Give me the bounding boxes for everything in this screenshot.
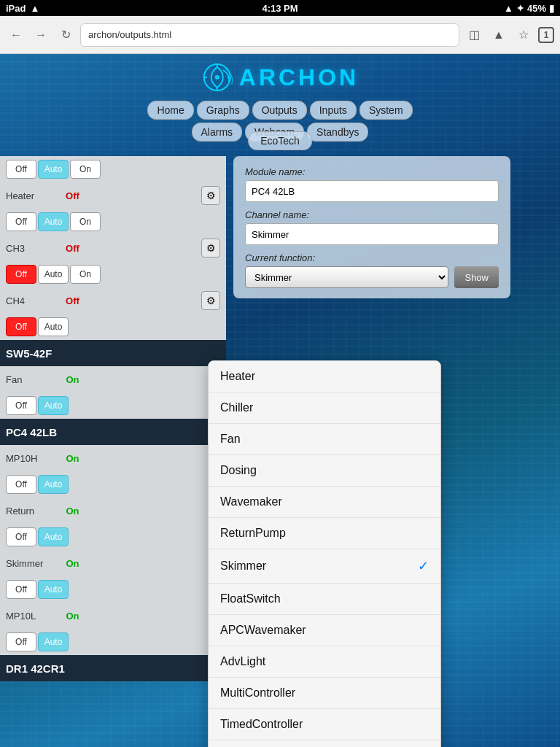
off-btn-2[interactable]: Off xyxy=(6,212,36,231)
return-auto-btn[interactable]: Auto xyxy=(38,527,69,546)
dr1-header: DR1 42CR1 xyxy=(0,655,226,681)
dropdown-item-heater[interactable]: Heater xyxy=(209,361,440,392)
dropdown-item-multicontroller[interactable]: MultiController xyxy=(209,678,440,709)
on-btn-2[interactable]: On xyxy=(70,212,101,231)
dropdown-item-floatswitch[interactable]: FloatSwitch xyxy=(209,584,440,615)
skimmer-row: Skimmer On xyxy=(0,550,226,576)
dropdown-item-timedcontroller[interactable]: TimedController xyxy=(209,709,440,740)
battery-icon: ▮ xyxy=(549,3,554,14)
nav-alarms[interactable]: Alarms xyxy=(192,123,243,142)
function-dropdown[interactable]: Heater Chiller Fan Dosing Wavemaker Retu… xyxy=(208,360,441,747)
dropdown-item-dosing[interactable]: Dosing xyxy=(209,455,440,487)
auto-btn-2[interactable]: Auto xyxy=(38,212,69,231)
btn-group-return: Off Auto xyxy=(6,527,69,546)
nav-inputs[interactable]: Inputs xyxy=(310,101,357,120)
fan-auto-btn[interactable]: Auto xyxy=(38,396,69,415)
dropdown-item-advlight[interactable]: AdvLight xyxy=(209,646,440,678)
nav-outputs[interactable]: Outputs xyxy=(252,101,307,120)
mp10l-row: MP10L On xyxy=(0,603,226,629)
skimmer-off-btn[interactable]: Off xyxy=(6,580,36,599)
nav-graphs[interactable]: Graphs xyxy=(197,101,249,120)
mp10h-off-btn[interactable]: Off xyxy=(6,475,36,494)
ch4-gear-btn[interactable]: ⚙ xyxy=(201,291,220,310)
archon-title: ARCHON xyxy=(239,64,359,91)
dropdown-item-wavemaker[interactable]: Wavemaker xyxy=(209,487,440,518)
dropdown-item-chiller[interactable]: Chiller xyxy=(209,392,440,424)
dropdown-item-fan[interactable]: Fan xyxy=(209,424,440,455)
btn-group-mp10l: Off Auto xyxy=(6,632,69,651)
share-button[interactable]: ▲ xyxy=(489,25,509,45)
dropdown-item-skimmer[interactable]: Skimmer ✓ xyxy=(209,549,440,584)
heater-status: Off xyxy=(56,190,89,201)
current-function-label: Current function: xyxy=(245,252,499,263)
fan-label: Fan xyxy=(6,374,53,385)
nav-home[interactable]: Home xyxy=(147,101,193,120)
bluetooth-icon: ✦ xyxy=(516,3,524,14)
mp10l-auto-btn[interactable]: Auto xyxy=(38,632,69,651)
skimmer-auto-btn[interactable]: Auto xyxy=(38,580,69,599)
mp10h-status: On xyxy=(56,453,89,464)
ch4-label: CH4 xyxy=(6,295,53,306)
btn-group-4: Off Auto xyxy=(6,317,69,336)
mp10h-row: MP10H On xyxy=(0,445,226,471)
on-btn-1[interactable]: On xyxy=(70,160,101,179)
channel-name-input[interactable] xyxy=(245,223,499,245)
battery-label: 45% xyxy=(527,3,546,14)
pc4-label: PC4 42LB xyxy=(6,426,57,438)
off-btn-1[interactable]: Off xyxy=(6,160,36,179)
btn-group-mp10h: Off Auto xyxy=(6,475,69,494)
nav-system[interactable]: System xyxy=(359,101,413,120)
return-control-row: Off Auto xyxy=(0,524,226,550)
forward-button[interactable]: → xyxy=(31,25,51,45)
auto-btn-4[interactable]: Auto xyxy=(38,317,69,336)
skimmer-label: Skimmer xyxy=(6,558,53,569)
svg-point-1 xyxy=(215,75,219,80)
reload-button[interactable]: ↻ xyxy=(55,25,76,45)
ch3-gear-btn[interactable]: ⚙ xyxy=(201,239,220,258)
module-name-input[interactable] xyxy=(245,180,499,202)
module-name-label: Module name: xyxy=(245,166,499,177)
dropdown-item-returnpump[interactable]: ReturnPump xyxy=(209,518,440,549)
fan-off-btn[interactable]: Off xyxy=(6,396,36,415)
off-btn-3-active[interactable]: Off xyxy=(6,265,36,284)
left-panel: Off Auto On Heater Off ⚙ Off Auto On CH3… xyxy=(0,156,226,681)
control-row-1: Off Auto On xyxy=(0,156,226,182)
tab-count-badge[interactable]: 1 xyxy=(538,27,554,43)
signal-icon: ▲ xyxy=(504,3,513,14)
show-button[interactable]: Show xyxy=(454,266,499,288)
selected-checkmark: ✓ xyxy=(418,558,429,574)
btn-group-3: Off Auto On xyxy=(6,265,101,284)
carrier-label: iPad xyxy=(6,3,26,14)
mp10h-label: MP10H xyxy=(6,453,53,464)
btn-group-fan: Off Auto xyxy=(6,396,69,415)
pc4-header: PC4 42LB xyxy=(0,419,226,445)
url-bar[interactable]: archon/outputs.html xyxy=(80,23,459,47)
ecotech-button[interactable]: EcoTech xyxy=(248,131,312,150)
browser-chrome: ← → ↻ archon/outputs.html ◫ ▲ ☆ 1 xyxy=(0,16,560,54)
main-content: ARCHON Home Graphs Outputs Inputs System… xyxy=(0,54,560,747)
url-text: archon/outputs.html xyxy=(88,29,171,40)
dropdown-item-mlc[interactable]: MLC xyxy=(209,740,440,747)
function-select[interactable]: Skimmer xyxy=(245,266,448,288)
mp10l-off-btn[interactable]: Off xyxy=(6,632,36,651)
return-label: Return xyxy=(6,506,53,516)
off-btn-4-active[interactable]: Off xyxy=(6,317,36,336)
mp10h-auto-btn[interactable]: Auto xyxy=(38,475,69,494)
bookmark-button[interactable]: ☆ xyxy=(513,25,534,45)
control-row-2: Off Auto On xyxy=(0,209,226,235)
auto-btn-1[interactable]: Auto xyxy=(38,160,69,179)
return-off-btn[interactable]: Off xyxy=(6,527,36,546)
tab-view-button[interactable]: ◫ xyxy=(464,25,484,45)
auto-btn-3[interactable]: Auto xyxy=(38,265,69,284)
dropdown-item-apcwavemaker[interactable]: APCWavemaker xyxy=(209,615,440,646)
heater-gear-btn[interactable]: ⚙ xyxy=(201,186,220,205)
heater-label: Heater xyxy=(6,190,53,201)
on-btn-3[interactable]: On xyxy=(70,265,101,284)
control-row-3: Off Auto On xyxy=(0,261,226,287)
sw5-header: SW5-42F xyxy=(0,340,226,366)
btn-group-1: Off Auto On xyxy=(6,160,101,179)
fan-row: Fan On xyxy=(0,366,226,392)
back-button[interactable]: ← xyxy=(6,25,26,45)
nav-standbys[interactable]: Standbys xyxy=(307,123,368,142)
fan-control-row: Off Auto xyxy=(0,392,226,419)
